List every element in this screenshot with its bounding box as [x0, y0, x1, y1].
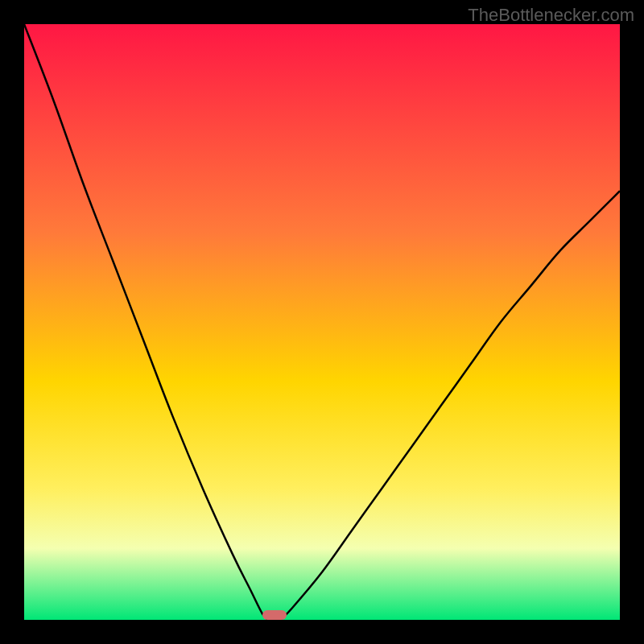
watermark-text: TheBottlenecker.com	[468, 5, 634, 26]
optimal-marker	[262, 610, 287, 620]
curve-layer	[24, 24, 620, 620]
plot-area	[24, 24, 620, 620]
curve-right-branch	[280, 191, 620, 620]
curve-left-branch	[24, 24, 268, 620]
